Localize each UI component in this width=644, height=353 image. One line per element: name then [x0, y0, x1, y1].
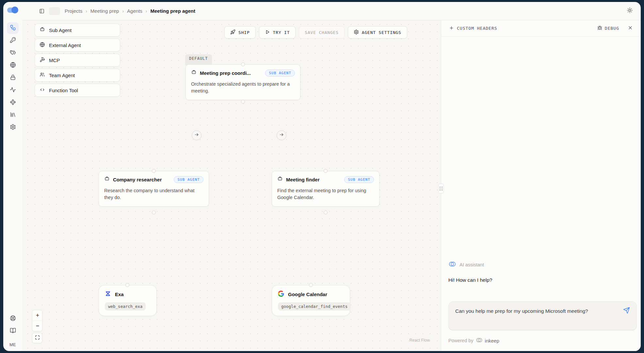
node-description: Research the company to understand what …	[104, 187, 203, 201]
rail-item-activity[interactable]	[7, 84, 19, 96]
rail-item-graph[interactable]	[7, 22, 19, 34]
rail-item-external[interactable]	[7, 59, 19, 71]
sub-agent-badge: SUB AGENT	[265, 70, 295, 76]
node-handle-top[interactable]	[324, 169, 328, 173]
palette-item-external-agent[interactable]: External Agent	[35, 39, 120, 52]
node-title: Meeting finder	[286, 177, 341, 182]
ship-button[interactable]: SHIP	[224, 26, 256, 39]
node-title: Company researcher	[113, 177, 170, 182]
breadcrumb-current: Meeting prep agent	[150, 8, 195, 14]
node-handle-top[interactable]	[309, 283, 313, 287]
breadcrumb-skeleton	[49, 7, 60, 15]
panel-resize-handle[interactable]	[438, 184, 444, 193]
palette-item-team-agent[interactable]: Team Agent	[35, 69, 120, 82]
rail-item-security[interactable]	[7, 72, 19, 84]
breadcrumb-separator: ›	[146, 8, 147, 14]
rail-item-settings[interactable]	[7, 122, 19, 133]
sun-icon	[627, 7, 633, 15]
rail-item-credentials[interactable]	[7, 35, 19, 46]
sub-agent-badge: SUB AGENT	[174, 176, 203, 183]
zoom-out-button[interactable]: −	[32, 321, 42, 331]
breadcrumb-projects[interactable]: Projects	[65, 8, 82, 14]
node-handle-top[interactable]	[125, 283, 129, 287]
icon-rail: ME	[3, 2, 22, 351]
flow-canvas[interactable]: Sub Agent External Agent MCP Team Agent	[22, 20, 441, 351]
zoom-controls: + −	[32, 310, 42, 331]
palette-item-label: Team Agent	[49, 73, 75, 78]
breadcrumb-separator: ›	[122, 8, 124, 14]
top-bar: Projects › Meeting prep › Agents › Meeti…	[22, 2, 641, 20]
palette-item-function-tool[interactable]: Function Tool	[35, 84, 120, 97]
inkeep-brand-label: inkeep	[485, 338, 499, 344]
node-handle-bottom[interactable]	[241, 100, 245, 104]
maximize-icon	[35, 335, 40, 341]
node-company-researcher[interactable]: Company researcher SUB AGENT Research th…	[99, 171, 209, 207]
send-button[interactable]	[623, 307, 630, 315]
save-changes-label: SAVE CHANGES	[305, 30, 339, 35]
node-google-calendar[interactable]: Google Calendar google_calendar_find_eve…	[272, 285, 350, 316]
chat-input[interactable]: Can you help me prep for my upcoming Mic…	[455, 307, 616, 315]
palette-item-label: Sub Agent	[49, 27, 72, 33]
users-icon	[40, 72, 45, 79]
send-icon	[623, 307, 630, 315]
node-coordinator[interactable]: Meeting prep coordi... SUB AGENT Orchest…	[185, 64, 300, 100]
powered-by-label: Powered by	[448, 338, 474, 343]
edge-arrow-marker[interactable]	[192, 130, 201, 140]
bug-icon	[597, 25, 602, 31]
rail-item-library[interactable]	[7, 109, 19, 121]
panel-left-toggle-icon[interactable]	[39, 8, 44, 14]
zoom-in-button[interactable]: +	[32, 310, 42, 321]
rail-item-docs[interactable]	[7, 325, 19, 337]
code-icon	[40, 87, 45, 94]
rail-item-tags[interactable]	[7, 47, 19, 59]
assistant-header: AI assistant	[448, 260, 638, 269]
user-avatar[interactable]: ME	[9, 342, 16, 347]
exa-logo-icon	[105, 291, 111, 298]
chat-area: AI assistant Hi! How can I help? Can you…	[441, 37, 641, 351]
node-description: Find the external meeting to prep for us…	[277, 187, 374, 201]
plus-icon	[449, 25, 454, 31]
react-flow-attribution[interactable]: React Flow	[409, 338, 430, 343]
node-handle-top[interactable]	[152, 169, 156, 173]
fit-view-button[interactable]	[32, 333, 42, 343]
chat-panel-header: CUSTOM HEADERS DEBUG	[441, 20, 641, 37]
inkeep-logo	[7, 7, 18, 14]
debug-label: DEBUG	[605, 26, 619, 31]
close-panel-button[interactable]	[628, 25, 633, 31]
arrow-right-icon	[194, 132, 199, 138]
theme-toggle-button[interactable]	[627, 7, 633, 15]
tool-title: Exa	[115, 292, 124, 297]
arrow-right-icon	[279, 132, 284, 138]
node-description: Orchestrate specialized agents to prepar…	[191, 81, 295, 94]
debug-button[interactable]: DEBUG	[597, 25, 619, 31]
rocket-icon	[230, 29, 235, 36]
node-handle-bottom[interactable]	[324, 210, 328, 214]
node-palette: Sub Agent External Agent MCP Team Agent	[35, 24, 120, 97]
assistant-greeting: Hi! How can I help?	[448, 277, 638, 283]
edge-arrow-marker[interactable]	[277, 130, 286, 140]
try-it-button[interactable]: TRY IT	[259, 26, 296, 39]
component-icon	[10, 99, 16, 107]
breadcrumb-meeting-prep[interactable]: Meeting prep	[90, 8, 119, 14]
palette-item-sub-agent[interactable]: Sub Agent	[35, 24, 120, 37]
custom-headers-button[interactable]: CUSTOM HEADERS	[449, 25, 497, 31]
powered-by-row[interactable]: Powered by inkeep	[448, 337, 638, 345]
node-exa[interactable]: Exa web_search_exa	[99, 285, 157, 316]
workflow-icon	[10, 25, 16, 32]
bot-icon	[277, 176, 283, 183]
palette-item-mcp[interactable]: MCP	[35, 54, 120, 67]
save-changes-button[interactable]: SAVE CHANGES	[299, 26, 345, 39]
rail-item-components[interactable]	[7, 97, 19, 109]
node-meeting-finder[interactable]: Meeting finder SUB AGENT Find the extern…	[272, 171, 379, 207]
node-handle-top[interactable]	[241, 62, 245, 66]
breadcrumb-agents[interactable]: Agents	[127, 8, 142, 14]
node-handle-bottom[interactable]	[152, 210, 156, 214]
tool-function-pill: web_search_exa	[105, 302, 146, 311]
rail-item-help[interactable]	[7, 313, 19, 325]
library-icon	[10, 111, 16, 119]
close-icon	[628, 25, 633, 31]
gear-icon	[354, 29, 359, 36]
chat-input-card[interactable]: Can you help me prep for my upcoming Mic…	[448, 301, 637, 330]
bot-icon	[104, 176, 110, 183]
agent-settings-button[interactable]: AGENT SETTINGS	[348, 26, 407, 39]
